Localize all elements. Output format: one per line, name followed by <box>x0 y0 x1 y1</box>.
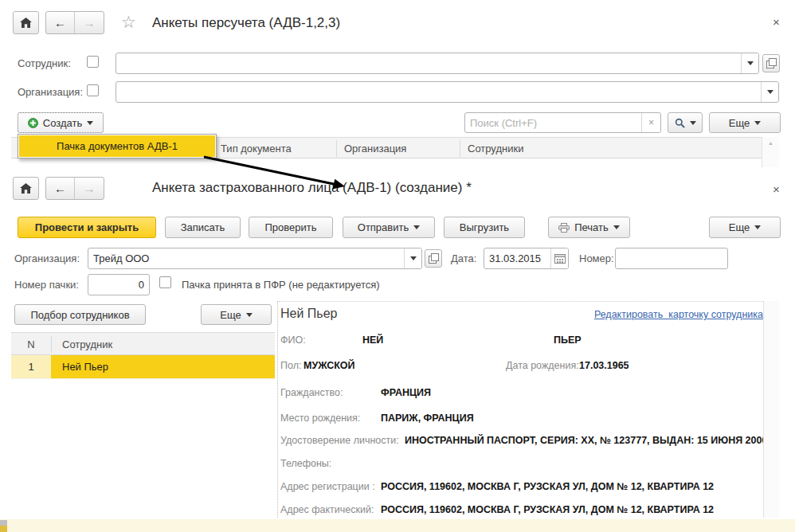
organization-filter-label: Организация: <box>18 86 83 98</box>
pick-employees-label: Подбор сотрудников <box>30 309 129 321</box>
favorite-star-icon[interactable]: ☆ <box>121 14 136 30</box>
date-label: Дата: <box>451 252 476 264</box>
chevron-down-icon <box>754 121 761 125</box>
employee-details-panel: Ней Пьер Редактировать карточку сотрудни… <box>279 301 763 518</box>
back-button[interactable]: ← <box>46 178 75 199</box>
doc-organization-dropdown-button[interactable] <box>404 248 421 268</box>
home-icon <box>20 183 32 194</box>
last-name-value: НЕЙ <box>362 334 383 346</box>
doc-organization-label: Организация: <box>14 252 80 264</box>
forward-button[interactable]: → <box>75 178 104 199</box>
home-button[interactable] <box>13 177 39 200</box>
column-header-n[interactable]: N <box>11 338 51 350</box>
fio-label: ФИО: <box>280 334 306 346</box>
organization-filter-dropdown-button[interactable] <box>761 82 778 102</box>
chevron-down-icon <box>754 225 761 229</box>
create-button-label: Создать <box>43 117 82 129</box>
write-button[interactable]: Записать <box>165 217 241 238</box>
post-and-close-label: Провести и закрыть <box>35 221 139 233</box>
calendar-button[interactable] <box>550 248 568 268</box>
citizenship-value: ФРАНЦИЯ <box>381 387 431 398</box>
history-nav: ← → <box>45 11 104 34</box>
identity-label: Удостоверение личности: <box>280 435 399 446</box>
phones-label: Телефоны: <box>280 458 331 469</box>
home-button[interactable] <box>13 11 39 34</box>
search-input[interactable] <box>465 113 641 132</box>
employee-filter-checkbox[interactable] <box>87 56 99 68</box>
birth-place-label: Место рождения: <box>280 413 360 424</box>
employee-filter-open-button[interactable] <box>762 54 780 72</box>
date-field <box>484 248 569 269</box>
unload-button[interactable]: Выгрузить <box>444 217 525 238</box>
menu-item-pack-adv1[interactable]: Пачка документов АДВ-1 <box>19 135 215 157</box>
date-input[interactable] <box>484 248 550 268</box>
pack-accepted-checkbox[interactable] <box>159 276 171 288</box>
chevron-down-icon <box>613 225 620 229</box>
doc-organization-input[interactable] <box>88 248 404 268</box>
fact-address-value: РОССИЯ, 119602, МОСКВА Г, РУЗСКАЯ УЛ, ДО… <box>381 504 714 515</box>
print-button[interactable]: Печать <box>548 217 630 238</box>
column-header-organization[interactable]: Организация <box>344 143 406 155</box>
list-more-label: Еще <box>729 117 750 129</box>
details-scrollbar[interactable] <box>763 301 779 518</box>
reg-address-value: РОССИЯ, 119602, МОСКВА Г, РУЗСКАЯ УЛ, ДО… <box>381 481 714 492</box>
home-icon <box>20 18 32 28</box>
column-header-employees[interactable]: Сотрудники <box>468 143 523 155</box>
employee-filter-input[interactable] <box>116 53 741 73</box>
list-more-button[interactable]: Еще <box>709 112 781 133</box>
search-options-button[interactable] <box>668 112 703 133</box>
employees-table-body <box>11 378 275 518</box>
forward-button[interactable]: → <box>75 12 104 33</box>
identity-value: ИНОСТРАННЫЙ ПАСПОРТ, СЕРИЯ: XX, № 123777… <box>405 435 778 446</box>
bottom-corner-top <box>0 520 7 526</box>
fact-address-label: Адрес фактический: <box>280 504 374 515</box>
number-label: Номер: <box>579 252 614 264</box>
check-button[interactable]: Проверить <box>249 217 333 238</box>
list-scrollbar[interactable]: ▲ <box>762 137 779 167</box>
column-header-doc-type[interactable]: Тип документа <box>221 143 292 155</box>
pack-number-label: Номер пачки: <box>14 279 79 291</box>
number-input[interactable] <box>615 248 728 269</box>
history-nav: ← → <box>45 177 104 200</box>
column-separator <box>336 140 337 157</box>
send-button[interactable]: Отправить <box>343 217 435 238</box>
panel-separator <box>277 301 278 518</box>
employees-more-button[interactable]: Еще <box>201 304 272 325</box>
organization-filter-checkbox[interactable] <box>87 84 99 96</box>
doc-more-button[interactable]: Еще <box>709 217 781 238</box>
employee-row[interactable]: 1 Ней Пьер <box>11 355 275 378</box>
column-header-employee[interactable]: Сотрудник <box>62 338 112 350</box>
organization-filter-input[interactable] <box>116 82 761 102</box>
pack-number-input[interactable] <box>88 274 150 295</box>
pick-employees-button[interactable]: Подбор сотрудников <box>14 304 146 325</box>
column-separator <box>51 336 52 353</box>
chevron-down-icon <box>767 90 773 94</box>
create-button[interactable]: Создать <box>18 112 104 133</box>
list-window-title: Анкеты персучета (АДВ-1,2,3) <box>152 15 340 31</box>
first-name-value: ПЬЕР <box>554 334 582 346</box>
document-window: ← → Анкета застрахованного лица (АДВ-1) … <box>0 169 795 519</box>
check-label: Проверить <box>264 221 316 233</box>
chevron-down-icon <box>747 61 754 65</box>
employees-table-header: N Сотрудник <box>11 332 275 355</box>
doc-window-close-icon[interactable]: × <box>773 183 780 195</box>
edit-employee-card-link[interactable]: Редактировать карточку сотрудника <box>594 309 763 320</box>
doc-organization-open-button[interactable] <box>425 249 442 268</box>
birth-place-value: ПАРИЖ, ФРАНЦИЯ <box>381 413 474 424</box>
employee-filter-label: Сотрудник: <box>18 57 71 69</box>
citizenship-label: Гражданство: <box>280 387 343 398</box>
list-window-close-icon[interactable]: × <box>773 16 780 28</box>
calendar-icon <box>554 254 566 264</box>
printer-icon <box>558 223 570 233</box>
send-label: Отправить <box>358 221 409 233</box>
birth-date-label: Дата рождения: <box>506 360 579 371</box>
gender-value: МУЖСКОЙ <box>304 360 355 371</box>
open-list-icon <box>429 253 439 264</box>
back-button[interactable]: ← <box>46 12 75 33</box>
bottom-strip <box>0 519 795 532</box>
person-name-heading: Ней Пьер <box>280 307 337 321</box>
clear-search-icon[interactable]: × <box>641 113 660 132</box>
plus-icon <box>28 118 38 128</box>
post-and-close-button[interactable]: Провести и закрыть <box>18 217 156 238</box>
employee-filter-dropdown-button[interactable] <box>741 53 758 73</box>
